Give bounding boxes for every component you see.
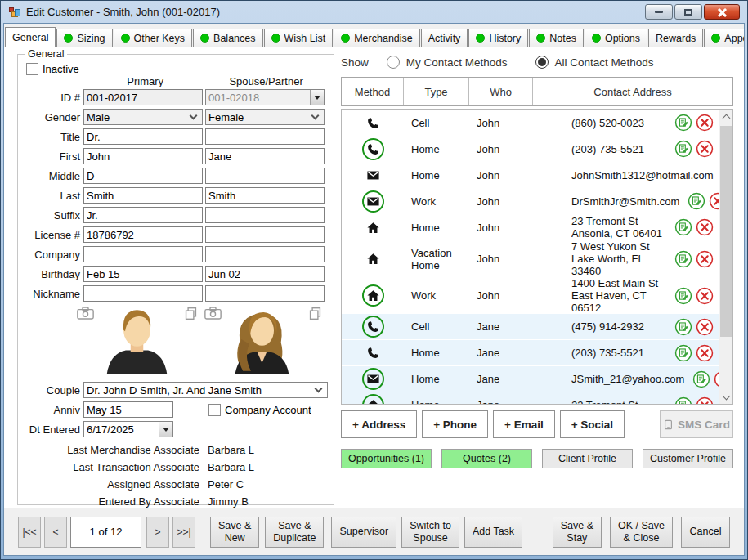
- footer-action-button[interactable]: Add Task: [464, 517, 522, 548]
- last-primary-input[interactable]: [83, 187, 203, 204]
- first-primary-input[interactable]: [83, 148, 203, 164]
- edit-contact-button[interactable]: [674, 114, 692, 132]
- birthday-spouse-input[interactable]: [205, 266, 325, 282]
- delete-contact-button[interactable]: [696, 114, 714, 132]
- minimize-button[interactable]: [645, 4, 673, 20]
- contact-row[interactable]: Work John DrSmithJr@Smith.com: [342, 188, 719, 214]
- footer-save-button[interactable]: Save & New: [210, 517, 259, 548]
- contact-row[interactable]: Home Jane JSmith_21@yahoo.com: [342, 366, 719, 392]
- scroll-up-button[interactable]: [719, 110, 732, 123]
- tab[interactable]: Rewards: [648, 29, 703, 47]
- scrollbar[interactable]: [719, 110, 732, 404]
- id-spouse-combo[interactable]: 001-02018: [205, 89, 325, 105]
- birthday-primary-input[interactable]: [83, 266, 203, 282]
- nickname-primary-input[interactable]: [83, 285, 203, 302]
- profile-button[interactable]: Client Profile: [542, 449, 633, 468]
- copy-photo-icon[interactable]: [184, 307, 198, 324]
- profile-button[interactable]: Opportunities (1): [341, 449, 432, 468]
- last-record-button[interactable]: >>|: [172, 517, 195, 548]
- delete-contact-button[interactable]: [696, 318, 714, 336]
- profile-button[interactable]: Quotes (2): [441, 449, 532, 468]
- delete-contact-button[interactable]: [696, 140, 714, 158]
- radio-all[interactable]: [535, 56, 549, 69]
- footer-action-button[interactable]: Switch to Spouse: [401, 517, 459, 548]
- tab[interactable]: Merchandise: [334, 29, 420, 47]
- edit-contact-button[interactable]: [688, 192, 705, 210]
- maximize-button[interactable]: [674, 4, 702, 20]
- dropdown-arrow-icon[interactable]: [159, 422, 172, 437]
- previous-record-button[interactable]: <: [44, 517, 67, 548]
- contact-row[interactable]: Home John (203) 735-5521: [342, 136, 719, 162]
- next-record-button[interactable]: >: [146, 517, 169, 548]
- tab[interactable]: General: [5, 27, 56, 47]
- contact-row[interactable]: Vacation Home John 7 West Yukon St Lake …: [342, 240, 719, 277]
- edit-contact-button[interactable]: [674, 218, 692, 236]
- id-primary-input[interactable]: [83, 89, 203, 105]
- contact-row[interactable]: Home Jane (203) 735-5521: [342, 340, 719, 366]
- title-spouse-input[interactable]: [205, 128, 325, 145]
- contact-row[interactable]: Work John 1400 East Main St East Haven, …: [342, 277, 719, 314]
- profile-button[interactable]: Customer Profile: [643, 449, 733, 468]
- tab[interactable]: Notes: [529, 29, 584, 47]
- tab[interactable]: History: [468, 29, 528, 47]
- add-contact-button[interactable]: + Phone: [422, 410, 488, 438]
- delete-contact-button[interactable]: [696, 344, 714, 362]
- tab[interactable]: Appointments: [704, 29, 745, 47]
- add-contact-button[interactable]: + Address: [341, 410, 417, 438]
- middle-spouse-input[interactable]: [205, 168, 325, 184]
- radio-my[interactable]: [387, 56, 400, 69]
- tab[interactable]: Sizing: [56, 29, 112, 47]
- anniv-input[interactable]: [83, 401, 173, 418]
- radio-all-label[interactable]: All Contact Methods: [555, 56, 654, 69]
- first-spouse-input[interactable]: [205, 148, 325, 164]
- footer-close-button[interactable]: Save & Stay: [553, 517, 602, 548]
- edit-contact-button[interactable]: [674, 344, 692, 362]
- edit-contact-button[interactable]: [674, 287, 692, 305]
- footer-close-button[interactable]: Cancel: [681, 517, 730, 548]
- dropdown-arrow-icon[interactable]: [310, 90, 324, 105]
- nickname-spouse-input[interactable]: [205, 285, 325, 302]
- tab[interactable]: Activity: [421, 29, 468, 47]
- add-contact-button[interactable]: + Social: [560, 410, 625, 438]
- contact-row[interactable]: Cell John (860) 520-0023: [342, 110, 719, 136]
- close-button[interactable]: [704, 4, 740, 20]
- edit-contact-button[interactable]: [674, 140, 692, 158]
- first-record-button[interactable]: |<<: [18, 517, 41, 548]
- contact-row[interactable]: Home Jane 23 Tremont St: [342, 392, 719, 405]
- radio-my-label[interactable]: My Contact Methods: [406, 56, 508, 69]
- tab[interactable]: Wish List: [264, 29, 334, 47]
- contact-row[interactable]: Cell Jane (475) 914-2932: [342, 314, 719, 340]
- tab[interactable]: Balances: [193, 29, 262, 47]
- middle-primary-input[interactable]: [83, 168, 203, 184]
- footer-close-button[interactable]: OK / Save & Close: [610, 517, 673, 548]
- contact-row[interactable]: Home John 23 Tremont St Ansonia, CT 0640…: [342, 214, 719, 240]
- last-spouse-input[interactable]: [205, 187, 325, 204]
- footer-action-button[interactable]: Supervisor: [331, 517, 396, 548]
- inactive-checkbox[interactable]: [26, 63, 38, 75]
- tab[interactable]: Options: [585, 29, 647, 47]
- company-spouse-input[interactable]: [205, 246, 325, 262]
- suffix-primary-input[interactable]: [83, 207, 203, 223]
- dt-entered-combo[interactable]: 6/17/2025: [83, 421, 173, 437]
- suffix-spouse-input[interactable]: [205, 207, 325, 223]
- delete-contact-button[interactable]: [696, 287, 714, 305]
- couple-combo[interactable]: Dr. John D Smith, Jr. And Jane Smith: [83, 382, 328, 398]
- company-account-checkbox[interactable]: [208, 404, 221, 416]
- add-contact-button[interactable]: + Email: [493, 410, 555, 438]
- contact-row[interactable]: Home John JohnSmith1312@hotmail.com: [342, 162, 719, 188]
- edit-contact-button[interactable]: [674, 250, 692, 268]
- title-bar[interactable]: Edit Customer - Smith, John (001-02017): [3, 1, 745, 23]
- gender-primary-combo[interactable]: Male: [83, 109, 203, 125]
- edit-contact-button[interactable]: [674, 318, 692, 336]
- camera-icon[interactable]: [77, 307, 94, 323]
- delete-contact-button[interactable]: [696, 218, 714, 236]
- company-primary-input[interactable]: [83, 246, 203, 262]
- scrollbar-thumb[interactable]: [720, 126, 732, 337]
- edit-contact-button[interactable]: [674, 396, 692, 405]
- delete-contact-button[interactable]: [696, 396, 714, 405]
- tab[interactable]: Other Keys: [114, 29, 193, 47]
- footer-save-button[interactable]: Save & Duplicate: [265, 517, 324, 548]
- title-primary-input[interactable]: [83, 128, 203, 145]
- edit-contact-button[interactable]: [692, 370, 710, 388]
- gender-spouse-combo[interactable]: Female: [205, 109, 325, 125]
